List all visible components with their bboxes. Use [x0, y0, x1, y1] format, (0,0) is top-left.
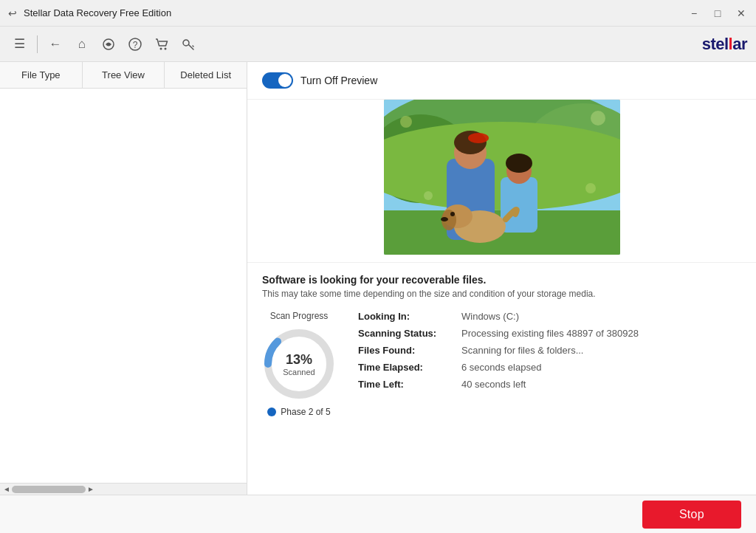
cart-icon[interactable]	[151, 34, 172, 55]
stat-value-looking-in: Windows (C:)	[461, 311, 519, 322]
stat-row-files-found: Files Found: Scanning for files & folder…	[358, 345, 741, 356]
svg-point-27	[585, 183, 596, 193]
scrollbar-thumb[interactable]	[12, 486, 86, 493]
app-icon: ↩	[6, 7, 19, 20]
circular-text: 13% Scanned	[283, 352, 315, 376]
help-icon[interactable]: ?	[125, 34, 145, 55]
svg-point-24	[400, 116, 412, 128]
sidebar: File Type Tree View Deleted List ◄ ►	[0, 62, 247, 495]
svg-text:?: ?	[133, 40, 138, 50]
stop-button[interactable]: Stop	[642, 501, 741, 529]
preview-toggle[interactable]	[262, 72, 293, 89]
tab-file-type[interactable]: File Type	[0, 62, 83, 88]
svg-point-18	[506, 154, 532, 173]
stat-value-time-elapsed: 6 seconds elapsed	[461, 362, 541, 373]
circular-percent: 13%	[283, 352, 315, 368]
title-bar-left: ↩ Stellar Data Recovery Free Edition	[6, 7, 171, 20]
preview-image	[384, 100, 620, 255]
scan-title: Software is looking for your recoverable…	[262, 274, 741, 286]
stat-label-scanning-status: Scanning Status:	[358, 328, 461, 339]
home-icon[interactable]: ⌂	[72, 34, 92, 55]
svg-point-4	[165, 47, 167, 49]
scroll-right-arrow[interactable]: ►	[86, 484, 96, 495]
phase-indicator: Phase 2 of 5	[267, 407, 330, 417]
stat-value-files-found: Scanning for files & folders...	[461, 345, 583, 356]
sidebar-scrollbar[interactable]: ◄ ►	[0, 483, 247, 495]
window-controls: − □ ✕	[685, 4, 750, 22]
stat-row-time-left: Time Left: 40 seconds left	[358, 379, 741, 390]
scan-info-area: Software is looking for your recoverable…	[247, 262, 756, 495]
preview-toggle-label: Turn Off Preview	[300, 75, 377, 86]
maximize-button[interactable]: □	[709, 4, 726, 22]
toolbar-divider-1	[37, 35, 38, 53]
close-button[interactable]: ✕	[732, 4, 750, 22]
title-bar-text: Stellar Data Recovery Free Edition	[24, 7, 171, 18]
circular-progress: 13% Scanned	[262, 327, 336, 401]
bottom-bar: Stop	[0, 495, 756, 533]
sidebar-tabs: File Type Tree View Deleted List	[0, 62, 247, 89]
stat-label-looking-in: Looking In:	[358, 311, 461, 322]
svg-point-26	[424, 191, 433, 200]
stat-label-time-left: Time Left:	[358, 379, 461, 390]
main-area: File Type Tree View Deleted List ◄ ► Tur…	[0, 62, 756, 495]
scan-details-row: Scan Progress 13% Scanned	[262, 311, 741, 417]
toolbar: ☰ ← ⌂ ? stellar	[0, 27, 756, 62]
tab-tree-view[interactable]: Tree View	[83, 62, 165, 88]
scan-subtitle: This may take some time depending on the…	[262, 289, 741, 299]
phase-text: Phase 2 of 5	[281, 407, 330, 417]
svg-point-5	[183, 40, 189, 46]
svg-point-25	[591, 111, 605, 125]
stat-label-time-elapsed: Time Elapsed:	[358, 362, 461, 373]
sidebar-content	[0, 89, 247, 483]
circular-scanned-label: Scanned	[283, 368, 315, 376]
svg-point-3	[160, 47, 162, 49]
back-icon[interactable]: ←	[45, 34, 66, 55]
preview-toggle-bar: Turn Off Preview	[247, 62, 756, 100]
scan-icon[interactable]	[98, 34, 119, 55]
svg-rect-16	[501, 177, 537, 233]
stat-label-files-found: Files Found:	[358, 345, 461, 356]
stat-value-time-left: 40 seconds left	[461, 379, 526, 390]
tab-deleted-list[interactable]: Deleted List	[165, 62, 247, 88]
minimize-button[interactable]: −	[685, 4, 703, 22]
scan-stats: Looking In: Windows (C:) Scanning Status…	[358, 311, 741, 396]
stat-row-scanning-status: Scanning Status: Processing existing fil…	[358, 328, 741, 339]
progress-label: Scan Progress	[270, 311, 329, 321]
svg-point-22	[450, 212, 455, 216]
content-panel: Turn Off Preview	[247, 62, 756, 495]
key-icon[interactable]	[178, 34, 199, 55]
title-bar: ↩ Stellar Data Recovery Free Edition − □…	[0, 0, 756, 27]
svg-point-15	[468, 133, 489, 143]
stellar-logo: stellar	[702, 35, 747, 54]
hamburger-icon[interactable]: ☰	[9, 34, 30, 55]
preview-image-container	[247, 100, 756, 262]
stat-row-time-elapsed: Time Elapsed: 6 seconds elapsed	[358, 362, 741, 373]
scroll-left-arrow[interactable]: ◄	[1, 484, 12, 495]
phase-dot	[267, 408, 276, 416]
stat-row-looking-in: Looking In: Windows (C:)	[358, 311, 741, 322]
svg-point-23	[441, 217, 448, 221]
progress-section: Scan Progress 13% Scanned	[262, 311, 336, 417]
stellar-logo-highlight: l	[729, 35, 733, 53]
stat-value-scanning-status: Processing existing files 48897 of 38092…	[461, 328, 639, 339]
